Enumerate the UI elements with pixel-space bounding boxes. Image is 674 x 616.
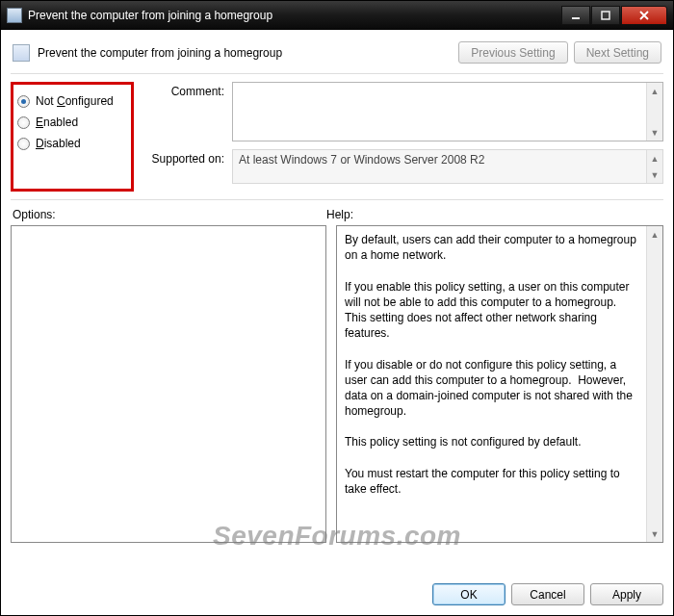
help-text: By default, users can add their computer… [337, 226, 646, 542]
maximize-icon [601, 11, 610, 20]
supported-label: Supported on: [145, 149, 232, 184]
scroll-up-icon: ▲ [647, 226, 662, 243]
radio-disabled[interactable]: Disabled [17, 133, 123, 154]
state-radio-group: Not Configured Enabled Disabled [11, 82, 134, 192]
cancel-button[interactable]: Cancel [511, 583, 584, 605]
app-icon [7, 8, 22, 23]
radio-icon [17, 95, 30, 108]
previous-setting-button[interactable]: Previous Setting [458, 41, 567, 64]
radio-icon [17, 116, 30, 129]
close-icon [638, 11, 650, 20]
help-panel: By default, users can add their computer… [336, 225, 663, 543]
next-setting-label: Next Setting [586, 46, 649, 60]
scrollbar[interactable]: ▲ ▼ [646, 150, 662, 183]
divider [11, 199, 663, 200]
previous-setting-label: Previous Setting [471, 46, 555, 60]
scroll-up-icon: ▲ [647, 150, 662, 167]
ok-button[interactable]: OK [432, 583, 506, 605]
scroll-down-icon: ▼ [647, 167, 662, 183]
policy-icon [13, 44, 30, 62]
next-setting-button[interactable]: Next Setting [574, 41, 661, 64]
radio-enabled-label: Enabled [36, 116, 78, 129]
options-label: Options: [11, 208, 326, 221]
policy-title: Prevent the computer from joining a home… [38, 46, 453, 60]
scroll-down-icon: ▼ [647, 526, 662, 542]
dialog-footer: OK Cancel Apply [11, 574, 663, 605]
scroll-up-icon: ▲ [647, 83, 662, 99]
comment-label: Comment: [145, 82, 232, 141]
apply-label: Apply [612, 588, 641, 602]
supported-value: At least Windows 7 or Windows Server 200… [233, 150, 646, 183]
svg-rect-0 [572, 17, 580, 19]
comment-field[interactable] [233, 83, 646, 141]
apply-button[interactable]: Apply [590, 583, 663, 605]
minimize-icon [571, 11, 581, 20]
radio-not-configured-label: Not Configured [36, 94, 114, 108]
supported-field: At least Windows 7 or Windows Server 200… [232, 149, 663, 184]
radio-disabled-label: Disabled [36, 137, 81, 150]
window-controls [560, 6, 667, 25]
close-button[interactable] [621, 6, 667, 25]
window-title: Prevent the computer from joining a home… [28, 9, 560, 22]
scrollbar[interactable]: ▲ ▼ [646, 226, 662, 542]
maximize-button[interactable] [591, 6, 620, 25]
scroll-down-icon: ▼ [647, 124, 662, 141]
comment-field-wrap: ▲ ▼ [232, 82, 663, 141]
svg-rect-1 [602, 12, 609, 19]
divider [11, 73, 663, 74]
titlebar: Prevent the computer from joining a home… [1, 1, 673, 30]
minimize-button[interactable] [561, 6, 590, 25]
options-panel [11, 225, 326, 543]
radio-not-configured[interactable]: Not Configured [17, 90, 123, 112]
help-label: Help: [326, 208, 353, 221]
radio-enabled[interactable]: Enabled [17, 112, 123, 133]
header-row: Prevent the computer from joining a home… [11, 38, 663, 73]
radio-icon [17, 138, 30, 150]
scrollbar[interactable]: ▲ ▼ [646, 83, 662, 141]
